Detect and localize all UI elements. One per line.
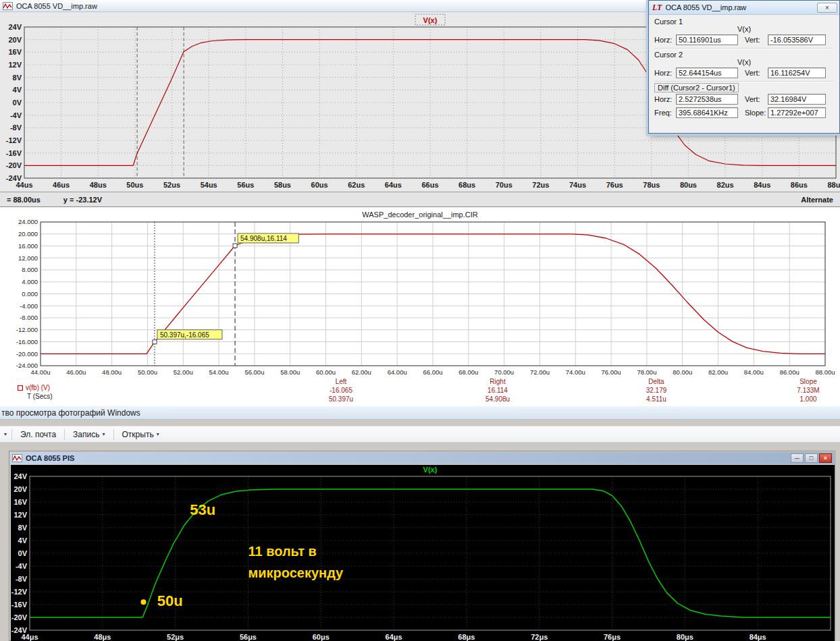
trace-label[interactable]: V(x) — [423, 466, 438, 474]
toolbar-item-email[interactable]: Эл. почта — [17, 428, 59, 441]
x-axis-label: 60μs — [313, 633, 330, 641]
x-axis-label: 64μs — [386, 633, 402, 641]
y-axis-label: 24V — [14, 472, 27, 480]
cursor2-signal: V(x) — [654, 58, 834, 66]
dialog-close-button[interactable]: × — [817, 3, 837, 13]
cursor-dialog-title: OCA 8055 VD__imp.raw — [665, 3, 746, 11]
x-axis-label: 82us — [717, 181, 734, 189]
ltspice-logo-icon: LT — [652, 3, 662, 13]
y-axis-label: -4V — [16, 562, 28, 570]
cursor1-signal: V(x) — [654, 25, 834, 33]
cursor-dialog: LT OCA 8055 VD__imp.raw × Cursor 1 V(x) … — [648, 0, 840, 134]
x-axis-label: 48.00u — [102, 368, 122, 376]
y-axis-label: 8V — [13, 74, 22, 82]
cursor2-horz-value[interactable]: 52.644154us — [676, 67, 738, 78]
toolbar-overflow-caret-icon[interactable]: ▾ — [4, 431, 7, 437]
x-axis-label: 52.00u — [174, 368, 193, 376]
x-axis-label: 82.00u — [708, 368, 728, 376]
x-axis-label: 50.00u — [138, 368, 157, 376]
freq-label: Freq: — [654, 109, 676, 117]
y-axis-label: 4V — [18, 536, 28, 545]
x-axis-label: 80μs — [677, 633, 693, 641]
status-bar: = 88.00us y = -23.12V Alternate — [0, 192, 840, 206]
y-axis-label: -16V — [6, 149, 22, 157]
readout-value: 1.000 — [778, 395, 839, 403]
waveform-app-icon — [12, 454, 22, 462]
y-axis-label: -4V — [10, 111, 22, 119]
slope-value[interactable]: 1.27292e+007 — [768, 107, 826, 118]
x-axis-label: 60.00u — [316, 368, 336, 376]
x-axis-label: 70.00u — [494, 368, 514, 376]
waveform-plot-middle[interactable]: 54.908u,16.11450.397u,-16.06544.00u46.00… — [0, 218, 840, 377]
x-axis-label: 62.00u — [352, 368, 371, 376]
diff-horz-label: Horz: — [654, 95, 676, 103]
diff-vert-label: Vert: — [745, 95, 768, 103]
y-axis-label: 24V — [8, 23, 22, 31]
y-axis-label: 0V — [13, 99, 22, 107]
readout-column-right: Right 16.114 54.908u — [457, 377, 538, 403]
cursor-tooltip-text: 54.908u,16.114 — [240, 235, 287, 242]
readout-value: 32.179 — [616, 386, 697, 395]
x-axis-label: 78us — [643, 181, 660, 189]
cursor1-vert-value[interactable]: -16.053586V — [768, 34, 826, 45]
x-axis-label: 64.00u — [388, 368, 407, 376]
close-button-icon: × — [819, 453, 832, 463]
photo-viewer-content: OCA 8055 PIS ─ □ × 44μs48μs52μs56μs60μs6… — [0, 443, 840, 641]
cursor2-vert-value[interactable]: 16.116254V — [768, 67, 826, 78]
x-axis-label: 76.00u — [602, 368, 621, 376]
cursor-marker[interactable] — [153, 340, 157, 344]
x-axis-label: 46.00u — [66, 368, 86, 376]
status-y-value: y = -23.12V — [63, 196, 102, 204]
y-axis-label: 0.000 — [22, 290, 38, 298]
toolbar-item-open[interactable]: Открыть ▾ — [119, 428, 163, 441]
x-axis-label: 52us — [163, 181, 180, 189]
x-axis-label: 56us — [237, 181, 254, 189]
trace-label[interactable]: V(x) — [423, 16, 438, 24]
annotation-text: 11 вольт в — [248, 544, 316, 559]
minimize-button-icon: ─ — [791, 453, 804, 463]
cursor1-vert-label: Vert: — [745, 36, 768, 44]
cursor-dialog-titlebar[interactable]: LT OCA 8055 VD__imp.raw × — [649, 1, 839, 15]
waveform-plot-photo: 44μs48μs52μs56μs60μs64μs68μs72μs76μs80μs… — [11, 465, 835, 641]
time-axis-legend: T (Secs) — [27, 393, 53, 400]
trace-legend[interactable]: v(fb) (V) — [18, 384, 50, 391]
x-axis-label: 58.00u — [280, 368, 300, 376]
annotation-text: 50u — [157, 592, 183, 609]
freq-value[interactable]: 395.68641KHz — [676, 107, 738, 118]
x-axis-label: 74.00u — [566, 368, 585, 376]
x-axis-label: 54.00u — [209, 368, 229, 376]
readout-header: Slope — [778, 377, 839, 386]
y-axis-label: -12.000 — [16, 326, 38, 333]
photo-viewer-titlebar[interactable]: тво просмотра фотографий Windows — [0, 406, 840, 420]
y-axis-label: -24V — [11, 626, 28, 634]
x-axis-label: 68us — [458, 181, 475, 189]
y-axis-label: 16.000 — [18, 242, 38, 250]
x-axis-label: 86.00u — [780, 368, 799, 376]
toolbar-separator — [113, 429, 114, 440]
readout-column-left: Left -16.065 50.397u — [300, 377, 382, 403]
y-axis-label: 24.000 — [18, 218, 38, 225]
readout-value: 16.114 — [457, 386, 538, 395]
waveform-app-icon — [3, 2, 13, 10]
y-axis-label: -24.000 — [16, 362, 38, 369]
y-axis-label: 12.000 — [18, 254, 38, 262]
section-divider — [654, 81, 834, 82]
x-axis-label: 84us — [754, 181, 770, 189]
x-axis-label: 84μs — [750, 633, 766, 641]
readout-value: 54.908u — [457, 395, 538, 403]
x-axis-label: 64us — [385, 181, 402, 189]
annotation-dot — [140, 599, 146, 605]
y-axis-label: -20.000 — [16, 350, 38, 358]
readout-value: 4.511u — [616, 395, 697, 403]
cursor-marker[interactable] — [233, 244, 237, 248]
y-axis-label: 8V — [18, 524, 28, 532]
diff-horz-value[interactable]: 2.5272538us — [676, 94, 738, 105]
x-axis-label: 50us — [126, 181, 143, 189]
toolbar-item-burn[interactable]: Запись ▾ — [70, 428, 108, 441]
screen: OCA 8055 VD__imp.raw 44us46us48us50us52u… — [0, 0, 840, 641]
cursor-readout: v(fb) (V) T (Secs) Left -16.065 50.397u … — [0, 377, 840, 407]
y-axis-label: 20V — [14, 485, 27, 493]
cursor1-horz-value[interactable]: 50.116901us — [676, 34, 738, 45]
y-axis-label: 16V — [14, 498, 27, 506]
diff-vert-value[interactable]: 32.16984V — [768, 94, 826, 105]
